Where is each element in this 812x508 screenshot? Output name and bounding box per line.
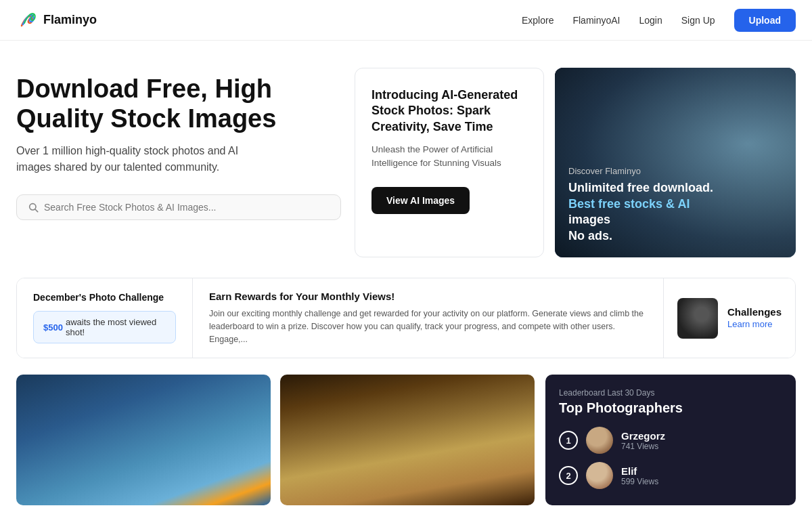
gallery-image-1[interactable] xyxy=(16,375,271,505)
main-nav: Explore FlaminyoAI Login Sign Up Upload xyxy=(522,9,796,32)
challenge-middle: Earn Rewards for Your Monthly Views! Joi… xyxy=(193,278,664,358)
learn-more-link[interactable]: Learn more xyxy=(727,319,772,329)
photographer-name: Elif xyxy=(621,465,658,477)
leaderboard: Leaderboard Last 30 Days Top Photographe… xyxy=(545,375,796,505)
avatar xyxy=(586,427,613,454)
challenge-badge: $500 awaits the most viewed shot! xyxy=(33,311,176,343)
nav-login[interactable]: Login xyxy=(639,15,662,26)
search-icon xyxy=(28,202,39,213)
discover-line-3: images xyxy=(568,212,782,228)
discover-line-4: No ads. xyxy=(568,228,782,244)
photographer-views: 741 Views xyxy=(621,442,665,451)
photographer-info: Elif 599 Views xyxy=(621,465,658,486)
view-ai-button[interactable]: View AI Images xyxy=(371,187,470,214)
discover-headline: Unlimited free download. Best free stock… xyxy=(568,180,782,244)
photographer-info: Grzegorz 741 Views xyxy=(621,430,665,451)
photo-gallery xyxy=(16,375,535,505)
nav-explore[interactable]: Explore xyxy=(522,15,554,26)
bottom-section: Leaderboard Last 30 Days Top Photographe… xyxy=(0,375,812,505)
challenge-amount: $500 xyxy=(43,322,63,333)
logo-text: Flaminyo xyxy=(43,13,97,27)
challenges-label: Challenges xyxy=(727,306,782,318)
ai-card: Introducing AI-Generated Stock Photos: S… xyxy=(355,68,544,257)
discover-line-1: Unlimited free download. xyxy=(568,180,782,196)
challenge-thumb-inner xyxy=(677,298,718,339)
table-row: 1 Grzegorz 741 Views xyxy=(559,427,782,454)
ai-card-desc: Unleash the Power of Artificial Intellig… xyxy=(371,143,527,171)
leaderboard-title: Top Photographers xyxy=(559,400,782,416)
nav-flaminyoai[interactable]: FlaminyoAI xyxy=(572,15,620,26)
rank-2: 2 xyxy=(559,466,578,485)
header: Flaminyo Explore FlaminyoAI Login Sign U… xyxy=(0,0,812,41)
nav-signup[interactable]: Sign Up xyxy=(681,15,715,26)
rank-1: 1 xyxy=(559,431,578,450)
table-row: 2 Elif 599 Views xyxy=(559,462,782,489)
hero-title: Download Free, High Quality Stock Images xyxy=(16,75,341,133)
leaderboard-period: Leaderboard Last 30 Days xyxy=(559,388,782,398)
discover-label: Discover Flaminyo xyxy=(568,166,782,176)
challenge-left: December's Photo Challenge $500 awaits t… xyxy=(17,278,193,358)
hero-left: Download Free, High Quality Stock Images… xyxy=(16,68,341,220)
gallery-image-2[interactable] xyxy=(280,375,535,505)
challenge-badge-text: awaits the most viewed shot! xyxy=(66,317,166,337)
discover-line-2: Best free stocks & AI xyxy=(568,196,782,212)
logo-icon xyxy=(16,9,38,31)
upload-button[interactable]: Upload xyxy=(734,9,796,32)
search-input[interactable] xyxy=(44,202,330,213)
search-bar[interactable] xyxy=(16,194,341,220)
hero-section: Download Free, High Quality Stock Images… xyxy=(0,41,812,278)
photographer-views: 599 Views xyxy=(621,477,658,486)
challenge-section: December's Photo Challenge $500 awaits t… xyxy=(16,278,796,358)
challenge-right: Challenges Learn more xyxy=(664,278,795,358)
challenge-right-text: Challenges Learn more xyxy=(727,306,782,330)
discover-card: Discover Flaminyo Unlimited free downloa… xyxy=(555,68,796,257)
discover-content: Discover Flaminyo Unlimited free downloa… xyxy=(555,152,796,257)
challenge-title: December's Photo Challenge xyxy=(33,292,176,303)
logo[interactable]: Flaminyo xyxy=(16,9,97,31)
challenge-middle-desc: Join our exciting monthly challenge and … xyxy=(209,308,647,345)
ai-card-title: Introducing AI-Generated Stock Photos: S… xyxy=(371,87,527,135)
challenge-thumbnail xyxy=(677,298,718,339)
hero-cards: Introducing AI-Generated Stock Photos: S… xyxy=(355,68,796,257)
avatar xyxy=(586,462,613,489)
svg-line-1 xyxy=(35,209,38,212)
challenge-middle-title: Earn Rewards for Your Monthly Views! xyxy=(209,291,647,302)
hero-subtitle: Over 1 million high-quality stock photos… xyxy=(16,143,273,175)
photographer-name: Grzegorz xyxy=(621,430,665,442)
